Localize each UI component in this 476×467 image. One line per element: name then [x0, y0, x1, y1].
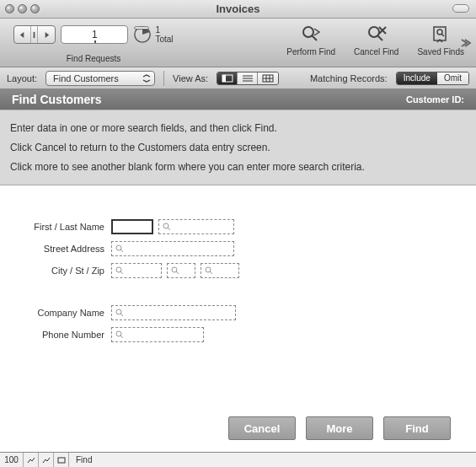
layout-value: Find Customers	[53, 73, 119, 83]
total-label: Total	[155, 35, 173, 44]
state-field[interactable]	[167, 263, 195, 278]
toolbar-overflow-button[interactable]	[459, 37, 471, 49]
last-name-field[interactable]	[158, 219, 234, 234]
current-record-number: 1	[92, 29, 98, 40]
customer-id-label: Customer ID:	[406, 94, 464, 105]
svg-line-34	[120, 335, 123, 338]
divider	[163, 71, 164, 86]
company-name-field[interactable]	[111, 305, 236, 320]
search-icon	[115, 330, 124, 339]
cancel-find-icon	[366, 24, 388, 46]
instruction-line-1: Enter data in one or more search fields,…	[10, 119, 466, 138]
view-as-form-button[interactable]	[217, 72, 238, 84]
search-icon	[115, 266, 124, 275]
minimize-window-button[interactable]	[18, 4, 27, 13]
toolbar-pill-button[interactable]	[452, 4, 469, 13]
svg-rect-13	[222, 75, 226, 82]
instruction-line-3: Click more to see another blank form whe…	[10, 158, 466, 177]
status-bar: 100 Find	[0, 452, 476, 467]
cancel-button[interactable]: Cancel	[228, 416, 296, 440]
phone-label: Phone Number	[17, 330, 111, 340]
first-name-field[interactable]	[111, 219, 153, 234]
record-nav-buttons	[13, 25, 56, 44]
matching-label: Matching Records:	[310, 73, 388, 83]
window-title: Invoices	[0, 3, 476, 15]
saved-finds-label: Saved Finds	[417, 47, 464, 56]
cancel-find-button[interactable]: Cancel Find	[347, 22, 405, 56]
zip-field[interactable]	[201, 263, 239, 278]
layout-header: Find Customers Customer ID:	[0, 89, 476, 110]
svg-line-22	[168, 228, 170, 230]
svg-line-28	[176, 271, 179, 274]
search-icon	[205, 266, 213, 275]
cancel-find-label: Cancel Find	[354, 47, 398, 56]
svg-line-4	[312, 35, 317, 40]
phone-number-field[interactable]	[111, 327, 204, 342]
view-as-toggle	[217, 72, 279, 85]
svg-line-24	[120, 250, 123, 252]
prev-record-button[interactable]	[14, 26, 31, 43]
zoom-level[interactable]: 100	[0, 453, 24, 467]
search-icon	[115, 244, 124, 253]
find-button[interactable]: Find	[383, 416, 451, 440]
instructions-panel: Enter data in one or more search fields,…	[0, 110, 476, 185]
layout-label: Layout:	[7, 73, 37, 83]
perform-find-label: Perform Find	[286, 47, 335, 56]
search-icon	[171, 266, 179, 275]
pie-chart-icon	[133, 25, 152, 44]
street-label: Street Address	[17, 244, 111, 254]
status-panel-button[interactable]	[54, 453, 69, 467]
zoom-window-button[interactable]	[30, 4, 40, 13]
find-requests-label: Find Requests	[67, 54, 120, 63]
close-window-button[interactable]	[5, 4, 14, 13]
svg-line-11	[441, 34, 444, 36]
svg-rect-0	[34, 31, 35, 37]
zoom-out-button[interactable]	[24, 453, 39, 467]
layout-bar: Layout: Find Customers View As: Matching…	[0, 67, 476, 89]
record-count-group: 1 Total	[133, 25, 173, 44]
include-button[interactable]: Include	[397, 72, 437, 84]
layout-select[interactable]: Find Customers	[45, 71, 155, 86]
search-icon	[163, 223, 171, 231]
city-st-zip-label: City / St / Zip	[17, 266, 111, 276]
layout-title: Find Customers	[12, 93, 102, 106]
next-record-button[interactable]	[38, 26, 55, 43]
svg-rect-35	[58, 458, 65, 463]
search-icon	[115, 309, 124, 317]
perform-find-icon	[300, 24, 322, 46]
zoom-in-button[interactable]	[39, 453, 54, 467]
svg-line-30	[210, 271, 212, 274]
titlebar: Invoices	[0, 0, 476, 19]
viewas-label: View As:	[173, 73, 208, 83]
omit-button[interactable]: Omit	[437, 72, 468, 84]
mode-label: Find	[69, 455, 92, 464]
view-as-list-button[interactable]	[238, 72, 258, 84]
svg-rect-2	[135, 27, 149, 30]
find-form: First / Last Name Street Address City / …	[0, 185, 476, 452]
svg-line-26	[120, 271, 123, 274]
saved-finds-icon	[430, 24, 452, 46]
svg-line-32	[120, 314, 123, 316]
instruction-line-2: Click Cancel to return to the Customers …	[10, 138, 466, 158]
record-nav-divider	[31, 26, 38, 43]
city-field[interactable]	[111, 263, 162, 278]
more-button[interactable]: More	[306, 416, 373, 440]
company-label: Company Name	[17, 308, 111, 318]
chevron-down-icon	[142, 74, 151, 83]
record-slider[interactable]: 1	[61, 25, 128, 44]
street-address-field[interactable]	[111, 241, 234, 256]
main-toolbar: 1 1 Total Find Requests	[0, 19, 476, 67]
perform-find-button[interactable]: Perform Find	[280, 22, 342, 56]
svg-line-6	[377, 35, 382, 40]
first-last-label: First / Last Name	[17, 222, 111, 232]
matching-toggle: Include Omit	[396, 72, 469, 85]
total-count: 1	[155, 25, 173, 35]
view-as-table-button[interactable]	[258, 72, 278, 84]
